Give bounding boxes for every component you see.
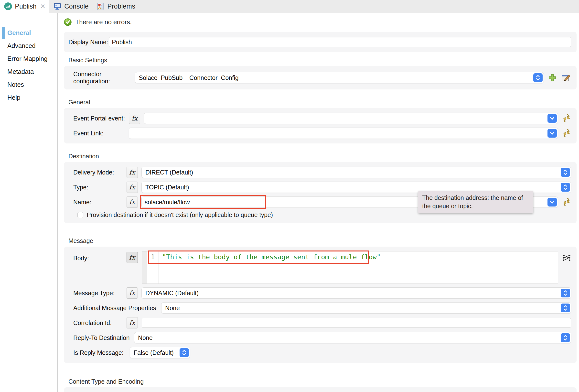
validation-status: There are no errors.	[64, 18, 577, 26]
correlation-id-label: Correlation Id:	[73, 319, 127, 326]
edit-config-icon[interactable]	[561, 73, 571, 82]
event-link-label: Event Link:	[73, 130, 129, 137]
sidebar-item-label: Advanced	[7, 42, 36, 50]
select-spinner-icon	[561, 289, 570, 297]
sidebar-item-metadata[interactable]: Metadata	[0, 65, 57, 78]
is-reply-message-value: False (Default)	[134, 349, 180, 356]
reply-to-destination-select[interactable]: None	[134, 332, 571, 343]
destination-name-label: Name:	[73, 199, 127, 206]
event-link-input[interactable]	[132, 130, 548, 137]
type-label: Type:	[73, 184, 127, 191]
event-portal-event-input[interactable]	[147, 115, 548, 122]
destination-name-tooltip: The destination address: the name of the…	[418, 191, 533, 213]
chevron-down-icon[interactable]	[548, 114, 557, 123]
tab-problems[interactable]: Problems	[92, 0, 139, 13]
editor-gutter	[142, 251, 147, 284]
tab-problems-label: Problems	[107, 3, 135, 10]
provision-destination-label: Provision destination if it doesn't exis…	[87, 211, 273, 219]
connector-configuration-value: Solace_PubSub__Connector_Config	[139, 74, 533, 81]
delivery-mode-value: DIRECT (Default)	[145, 169, 561, 176]
status-message: There are no errors.	[75, 18, 132, 26]
connector-configuration-select[interactable]: Solace_PubSub__Connector_Config	[135, 72, 544, 83]
additional-message-properties-select[interactable]: None	[161, 303, 571, 313]
chevron-down-icon[interactable]	[548, 198, 557, 207]
section-title-content-type-encoding: Content Type and Encoding	[69, 378, 577, 385]
no-errors-check-icon	[64, 18, 72, 26]
fx-button[interactable]: fx	[127, 182, 138, 193]
delivery-mode-label: Delivery Mode:	[73, 169, 127, 176]
select-spinner-icon	[180, 348, 189, 357]
additional-message-properties-value: None	[165, 305, 561, 312]
display-name-panel: Display Name:	[64, 32, 577, 52]
sidebar-item-help[interactable]: Help	[0, 91, 57, 104]
editor-line-number: 1	[147, 251, 158, 284]
select-spinner-icon	[561, 183, 570, 192]
section-title-message: Message	[69, 237, 577, 244]
basic-settings-panel: Connector configuration: Solace_PubSub__…	[64, 66, 577, 89]
additional-message-properties-label: Additional Message Properties	[73, 305, 161, 312]
display-name-label: Display Name:	[69, 39, 109, 46]
refresh-icon[interactable]	[562, 114, 571, 123]
select-spinner-icon	[533, 73, 543, 82]
message-type-label: Message Type:	[73, 290, 127, 297]
message-panel: Body: fx 1 "This is the body of the mess…	[64, 246, 577, 363]
dataweave-mapping-icon[interactable]	[562, 254, 571, 261]
sidebar-item-label: Metadata	[7, 68, 34, 76]
event-portal-event-combo[interactable]	[144, 113, 558, 124]
sidebar-item-advanced[interactable]: Advanced	[0, 39, 57, 52]
sidebar-item-label: Error Mapping	[7, 55, 48, 63]
sidebar-item-label: Help	[7, 94, 20, 101]
sidebar-item-notes[interactable]: Notes	[0, 78, 57, 91]
delivery-mode-select[interactable]: DIRECT (Default)	[142, 167, 571, 178]
fx-button[interactable]: fx	[127, 167, 138, 178]
problems-icon	[96, 2, 105, 10]
sidebar-item-label: Notes	[7, 81, 24, 88]
event-link-combo[interactable]	[129, 128, 558, 139]
tab-close-icon[interactable]: ✕	[40, 3, 46, 10]
correlation-id-input[interactable]	[142, 318, 571, 328]
fx-button[interactable]: fx	[127, 317, 138, 328]
event-portal-event-label: Event Portal event:	[73, 115, 129, 122]
properties-sidebar: General Advanced Error Mapping Metadata …	[0, 13, 58, 392]
body-code-editor[interactable]: 1 "This is the body of the message sent …	[142, 251, 558, 284]
active-indicator-bar	[2, 27, 5, 39]
publish-connector-icon	[4, 2, 12, 10]
fx-button[interactable]: fx	[127, 287, 138, 299]
section-title-destination: Destination	[69, 153, 577, 160]
fx-button[interactable]: fx	[129, 113, 140, 124]
reply-to-destination-value: None	[138, 334, 561, 341]
connector-configuration-label: Connector configuration:	[73, 71, 135, 85]
display-name-input[interactable]	[109, 37, 571, 47]
is-reply-message-select[interactable]: False (Default)	[130, 347, 190, 358]
is-reply-message-label: Is Reply Message:	[73, 349, 130, 356]
type-value: TOPIC (Default)	[145, 184, 561, 191]
content-type-encoding-panel: Content Type: fx Encoding: fx	[64, 387, 577, 392]
section-title-general: General	[69, 99, 577, 106]
fx-button[interactable]: fx	[127, 252, 138, 263]
editor-tab-bar: Publish ✕ Console Problems	[0, 0, 579, 13]
refresh-icon[interactable]	[562, 198, 571, 207]
refresh-icon[interactable]	[562, 129, 571, 138]
select-spinner-icon	[561, 333, 570, 342]
sidebar-item-general[interactable]: General	[0, 26, 57, 39]
editor-code-line[interactable]: "This is the body of the message sent fr…	[158, 251, 381, 284]
select-spinner-icon	[561, 168, 570, 177]
tab-publish-label: Publish	[15, 3, 37, 10]
sidebar-item-label: General	[7, 29, 31, 37]
tab-publish[interactable]: Publish ✕	[0, 0, 49, 13]
body-label: Body:	[73, 251, 127, 262]
message-type-select[interactable]: DYNAMIC (Default)	[142, 288, 571, 298]
general-panel: Event Portal event: fx Event Link:	[64, 108, 577, 144]
tab-console[interactable]: Console	[49, 0, 92, 13]
tab-console-label: Console	[64, 3, 88, 10]
provision-destination-checkbox[interactable]	[77, 212, 83, 218]
add-config-icon[interactable]	[548, 73, 557, 82]
console-icon	[53, 2, 62, 10]
section-title-basic-settings: Basic Settings	[69, 57, 577, 64]
fx-button[interactable]: fx	[127, 196, 138, 208]
message-type-value: DYNAMIC (Default)	[145, 290, 561, 297]
select-spinner-icon	[561, 304, 570, 312]
chevron-down-icon[interactable]	[548, 129, 557, 138]
reply-to-destination-label: Reply-To Destination	[73, 334, 134, 341]
sidebar-item-error-mapping[interactable]: Error Mapping	[0, 52, 57, 65]
